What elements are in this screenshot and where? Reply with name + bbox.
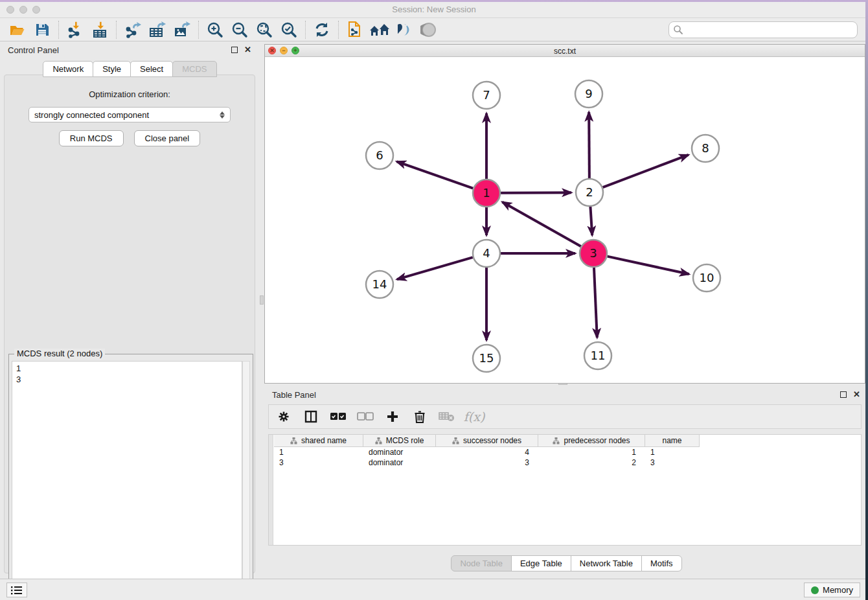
network-maximize-icon[interactable]: +: [291, 47, 299, 54]
table-cell-successor-nodes[interactable]: 3: [436, 457, 538, 468]
close-panel-button[interactable]: Close panel: [134, 130, 201, 146]
table-cell-name[interactable]: 3: [645, 457, 700, 468]
run-mcds-button[interactable]: Run MCDS: [59, 130, 124, 146]
import-network-button[interactable]: [63, 19, 87, 40]
status-bar: Memory: [0, 579, 868, 600]
graph-edge-1-2[interactable]: [501, 192, 571, 193]
table-cell-name[interactable]: 1: [645, 447, 700, 457]
graph-edge-3-1[interactable]: [502, 202, 580, 246]
tab-style[interactable]: Style: [93, 61, 131, 77]
node-label: 3: [589, 246, 597, 260]
delete-column-button[interactable]: [411, 408, 428, 425]
graph-node-15[interactable]: 15: [473, 345, 500, 372]
zoom-in-button[interactable]: [203, 19, 227, 40]
homes-button[interactable]: [367, 19, 392, 40]
graph-node-1[interactable]: 1: [473, 179, 500, 207]
memory-button[interactable]: Memory: [804, 583, 860, 597]
zoom-out-button[interactable]: [227, 19, 252, 40]
table-cell-shared-name[interactable]: 3: [274, 457, 363, 468]
select-none-button[interactable]: [357, 408, 374, 425]
graph-node-3[interactable]: 3: [580, 240, 607, 267]
task-history-button[interactable]: [6, 583, 27, 597]
mcds-result-title: MCDS result (2 nodes): [14, 349, 105, 358]
close-panel-icon[interactable]: ✕: [853, 391, 860, 398]
graph-node-14[interactable]: 14: [366, 271, 393, 298]
tab-motifs[interactable]: Motifs: [641, 555, 682, 571]
gear-icon: [277, 410, 290, 423]
export-network-button[interactable]: [120, 19, 145, 40]
graph-edge-3-10[interactable]: [607, 257, 689, 274]
graph-node-8[interactable]: 8: [692, 135, 719, 162]
tab-edge-table[interactable]: Edge Table: [511, 555, 571, 571]
zoom-fit-button[interactable]: [252, 19, 277, 40]
delete-table-button[interactable]: [439, 408, 455, 425]
tab-mcds[interactable]: MCDS: [172, 61, 216, 77]
table-cell-predecessor-nodes[interactable]: 2: [538, 457, 645, 468]
select-all-button[interactable]: [330, 408, 347, 425]
mcds-result-text[interactable]: 13: [12, 361, 242, 594]
network-canvas[interactable]: 7968124314101511: [265, 57, 865, 383]
graph-edge-2-9[interactable]: [589, 112, 589, 178]
column-header-name[interactable]: name: [645, 435, 700, 447]
window-top-edge: [0, 0, 868, 2]
result-scrollbar[interactable]: [242, 361, 250, 594]
graph-node-11[interactable]: 11: [584, 342, 611, 369]
graph-node-2[interactable]: 2: [576, 179, 603, 206]
graph-edge-2-3[interactable]: [590, 207, 592, 235]
tab-select[interactable]: Select: [130, 61, 173, 77]
network-close-icon[interactable]: ✕: [268, 47, 276, 54]
vertical-splitter-handle[interactable]: [260, 295, 264, 305]
create-column-button[interactable]: [384, 408, 401, 425]
optimization-criterion-dropdown[interactable]: strongly connected component: [29, 107, 231, 122]
float-panel-icon[interactable]: [231, 47, 238, 53]
graph-node-6[interactable]: 6: [366, 142, 393, 169]
open-session-button[interactable]: [5, 19, 30, 40]
graph-node-10[interactable]: 10: [693, 264, 720, 292]
delete-table-icon: [439, 411, 455, 422]
table-cell-shared-name[interactable]: 1: [274, 447, 363, 457]
zoom-selected-button[interactable]: [277, 19, 301, 40]
network-window-titlebar[interactable]: ✕ − + scc.txt: [265, 45, 865, 57]
graphics-details-icon: [395, 22, 413, 38]
graph-node-7[interactable]: 7: [473, 82, 500, 109]
graph-node-4[interactable]: 4: [473, 240, 500, 267]
tab-node-table[interactable]: Node Table: [451, 555, 512, 571]
tab-network[interactable]: Network: [43, 61, 93, 77]
column-header-predecessor-nodes[interactable]: predecessor nodes: [538, 435, 645, 447]
import-network-icon: [67, 21, 84, 38]
birds-eye-button[interactable]: [417, 19, 441, 40]
import-table-button[interactable]: [87, 19, 112, 40]
network-minimize-icon[interactable]: −: [280, 47, 288, 54]
document-share-icon: [347, 21, 363, 39]
tab-network-table[interactable]: Network Table: [571, 555, 642, 571]
refresh-button[interactable]: [310, 19, 334, 40]
close-panel-icon[interactable]: ✕: [244, 47, 251, 53]
toolbar-separator: [338, 21, 339, 39]
export-image-button[interactable]: [170, 19, 194, 40]
table-cell-mcds-role[interactable]: dominator: [363, 457, 436, 468]
document-share-button[interactable]: [343, 19, 367, 40]
table-cell-mcds-role[interactable]: dominator: [363, 447, 436, 457]
graph-edge-4-14[interactable]: [397, 257, 473, 279]
column-header-mcds-role[interactable]: MCDS role: [363, 435, 436, 447]
save-session-button[interactable]: [30, 19, 54, 40]
function-builder-button[interactable]: f(x): [466, 408, 483, 425]
export-table-button[interactable]: [145, 19, 170, 40]
graph-edge-3-11[interactable]: [594, 268, 597, 338]
show-column-button[interactable]: [303, 408, 319, 425]
memory-status-icon: [811, 586, 819, 594]
column-header-successor-nodes[interactable]: successor nodes: [436, 435, 538, 447]
float-panel-icon[interactable]: [840, 391, 847, 398]
table-settings-button[interactable]: [275, 408, 292, 425]
table-cell-successor-nodes[interactable]: 4: [436, 447, 538, 457]
table-body: 1dominator4113dominator323: [274, 447, 861, 468]
graph-edge-1-6[interactable]: [396, 161, 473, 188]
search-input[interactable]: [683, 25, 853, 34]
graphics-details-button[interactable]: [392, 19, 417, 40]
graph-edge-2-8[interactable]: [603, 155, 689, 187]
graph-node-9[interactable]: 9: [575, 80, 602, 108]
column-header-shared-name[interactable]: shared name: [274, 435, 363, 447]
table-cell-predecessor-nodes[interactable]: 1: [538, 447, 645, 457]
search-field[interactable]: [668, 21, 858, 38]
column-type-icon: [452, 437, 459, 444]
